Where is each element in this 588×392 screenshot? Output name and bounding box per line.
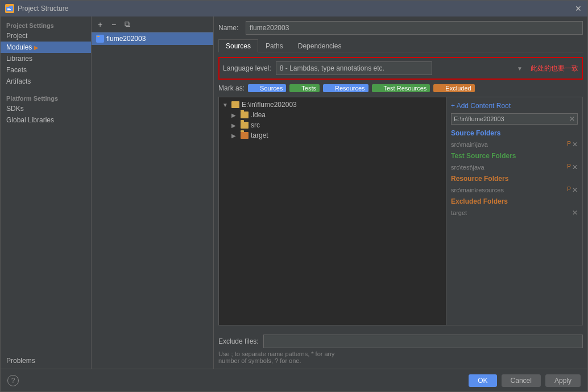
cancel-button[interactable]: Cancel bbox=[502, 374, 541, 387]
source-folder-actions: P ✕ bbox=[567, 141, 578, 148]
target-label: target bbox=[251, 131, 268, 139]
sidebar: Project Settings Project Modules ▶ Libra… bbox=[1, 16, 92, 369]
split-area: + − ⧉ flume202003 bbox=[92, 16, 587, 369]
excluded-folder-icon bbox=[437, 86, 442, 92]
test-source-folder-remove-icon[interactable]: ✕ bbox=[572, 163, 578, 171]
svg-rect-1 bbox=[6, 5, 9, 7]
file-tree[interactable]: ▼ E:\in\flume202003 ▶ .idea bbox=[219, 97, 446, 325]
left-column: + − ⧉ flume202003 bbox=[92, 16, 214, 369]
resource-folders-title: Resource Folders bbox=[451, 175, 578, 183]
target-folder-icon bbox=[241, 132, 249, 139]
add-content-root-label: + Add Content Root bbox=[451, 102, 511, 110]
excluded-folder-actions: ✕ bbox=[572, 209, 578, 217]
tab-dependencies[interactable]: Dependencies bbox=[291, 39, 349, 52]
language-level-select[interactable]: 3 - Enum, generics 5 - Enum, generics 6 … bbox=[276, 61, 432, 75]
titlebar: Project Structure ✕ bbox=[1, 1, 587, 16]
content-root-remove-button[interactable]: ✕ bbox=[569, 115, 575, 123]
sidebar-item-global-libraries[interactable]: Global Libraries bbox=[1, 114, 91, 126]
tree-item-target[interactable]: ▶ target bbox=[230, 130, 444, 141]
sidebar-item-sdks[interactable]: SDKs bbox=[1, 103, 91, 114]
footer-left: ? bbox=[7, 375, 464, 386]
exclude-files-hint: Use ; to separate name patterns, * for a… bbox=[218, 350, 583, 364]
sidebar-item-libraries[interactable]: Libraries bbox=[1, 53, 91, 64]
language-level-select-wrapper: 3 - Enum, generics 5 - Enum, generics 6 … bbox=[276, 61, 526, 75]
module-name: flume202003 bbox=[106, 35, 146, 43]
close-button[interactable]: ✕ bbox=[574, 4, 583, 13]
tab-paths[interactable]: Paths bbox=[258, 39, 291, 52]
src-folder-icon bbox=[241, 122, 249, 129]
platform-settings-label: Platform Settings bbox=[1, 92, 91, 103]
test-source-folder-actions: P ✕ bbox=[567, 163, 578, 171]
sidebar-item-facets[interactable]: Facets bbox=[1, 64, 91, 76]
mark-as-row: Mark as: Sources Tests Resources bbox=[218, 84, 583, 92]
project-structure-dialog: Project Structure ✕ Project Settings Pro… bbox=[0, 0, 588, 392]
ok-button[interactable]: OK bbox=[469, 374, 496, 387]
help-button[interactable]: ? bbox=[7, 375, 19, 386]
name-input[interactable] bbox=[246, 21, 583, 35]
sidebar-item-label: Problems bbox=[6, 357, 35, 365]
svg-rect-0 bbox=[6, 6, 13, 11]
resource-folder-properties-icon[interactable]: P bbox=[567, 186, 571, 194]
add-module-button[interactable]: + bbox=[94, 18, 106, 31]
exclude-files-label: Exclude files: bbox=[218, 337, 259, 345]
annotation-text: 此处的也要一致 bbox=[531, 64, 578, 73]
mark-test-resources-button[interactable]: Test Resources bbox=[372, 84, 430, 92]
tree-item-idea[interactable]: ▶ .idea bbox=[230, 110, 444, 120]
mark-resources-button[interactable]: Resources bbox=[323, 84, 368, 92]
excluded-folder-path: target bbox=[451, 209, 572, 216]
sidebar-item-artifacts[interactable]: Artifacts bbox=[1, 76, 91, 87]
root-path-label: E:\in\flume202003 bbox=[242, 101, 297, 109]
tree-item-src[interactable]: ▶ src bbox=[230, 120, 444, 130]
exclude-files-area: Exclude files: Use ; to separate name pa… bbox=[218, 330, 583, 364]
test-source-folder-properties-icon[interactable]: P bbox=[567, 163, 571, 171]
mark-excluded-button[interactable]: Excluded bbox=[433, 84, 474, 92]
resource-folder-remove-icon[interactable]: ✕ bbox=[572, 186, 578, 194]
content-area: Name: Sources Paths Dependencies Languag… bbox=[214, 16, 587, 369]
sidebar-item-problems[interactable]: Problems bbox=[1, 355, 91, 366]
dialog-icon bbox=[5, 4, 14, 13]
left-toolbar: + − ⧉ bbox=[92, 16, 213, 32]
language-level-label: Language level: bbox=[223, 64, 271, 72]
idea-expand-arrow[interactable]: ▶ bbox=[231, 112, 238, 118]
source-folder-remove-icon[interactable]: ✕ bbox=[572, 141, 578, 148]
module-list-item[interactable]: flume202003 bbox=[92, 32, 213, 45]
sidebar-item-project[interactable]: Project bbox=[1, 30, 91, 42]
resource-folder-path: src\main\resources bbox=[451, 187, 567, 193]
src-expand-arrow[interactable]: ▶ bbox=[231, 122, 238, 129]
root-expand-arrow[interactable]: ▼ bbox=[222, 102, 229, 108]
resources-folder-icon bbox=[326, 86, 332, 92]
test-source-folder-path: src\test\java bbox=[451, 164, 567, 171]
sidebar-item-label: Libraries bbox=[6, 55, 32, 63]
svg-rect-2 bbox=[7, 8, 10, 9]
tabs: Sources Paths Dependencies bbox=[218, 39, 583, 52]
target-expand-arrow[interactable]: ▶ bbox=[231, 133, 238, 139]
add-content-root-button[interactable]: + Add Content Root bbox=[451, 102, 578, 110]
select-arrow-icon: ▼ bbox=[517, 65, 523, 72]
resource-folder-entry-0: src\main\resources P ✕ bbox=[451, 185, 578, 195]
svg-rect-5 bbox=[97, 36, 100, 37]
sidebar-item-label: Project bbox=[6, 32, 27, 40]
project-settings-label: Project Settings bbox=[1, 19, 91, 30]
sources-folder-icon bbox=[251, 86, 257, 92]
source-folder-properties-icon[interactable]: P bbox=[567, 141, 571, 148]
mark-tests-button[interactable]: Tests bbox=[289, 84, 320, 92]
tree-root-item[interactable]: ▼ E:\in\flume202003 bbox=[221, 100, 444, 110]
mark-sources-button[interactable]: Sources bbox=[248, 84, 286, 92]
apply-button[interactable]: Apply bbox=[545, 374, 581, 387]
dialog-body: Project Settings Project Modules ▶ Libra… bbox=[1, 16, 587, 369]
content-root-path-text: E:\in\flume202003 bbox=[454, 115, 504, 122]
excluded-folder-entry-0: target ✕ bbox=[451, 208, 578, 218]
remove-module-button[interactable]: − bbox=[107, 18, 120, 31]
exclude-files-input[interactable] bbox=[263, 335, 583, 348]
source-folder-path: src\main\java bbox=[451, 141, 567, 148]
excluded-folders-title: Excluded Folders bbox=[451, 197, 578, 205]
arrow-icon: ▶ bbox=[34, 44, 39, 51]
dialog-footer: ? OK Cancel Apply bbox=[1, 369, 587, 391]
excluded-folder-remove-icon[interactable]: ✕ bbox=[572, 209, 578, 217]
tab-sources[interactable]: Sources bbox=[218, 39, 258, 52]
test-source-folder-entry-0: src\test\java P ✕ bbox=[451, 162, 578, 172]
svg-rect-3 bbox=[7, 9, 11, 10]
sidebar-item-modules[interactable]: Modules ▶ bbox=[1, 42, 91, 53]
svg-rect-4 bbox=[97, 36, 103, 41]
copy-module-button[interactable]: ⧉ bbox=[121, 18, 134, 31]
